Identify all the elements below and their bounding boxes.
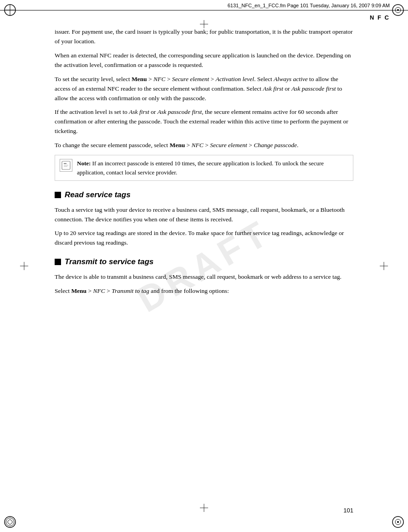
corner-mark-br bbox=[392, 516, 404, 528]
svg-point-6 bbox=[5, 517, 15, 527]
header-text: 6131_NFC_en_1_FCC.fm Page 101 Tuesday, J… bbox=[228, 3, 390, 8]
section2-title: Transmit to service tags bbox=[65, 256, 153, 268]
page-number: 101 bbox=[343, 507, 353, 514]
section-square-icon bbox=[55, 192, 61, 198]
note-icon bbox=[60, 159, 72, 172]
paragraph-4: If the activation level is set to Ask fi… bbox=[55, 107, 353, 136]
note-text: Note: If an incorrect passcode is entere… bbox=[77, 159, 348, 177]
paragraph-5: To change the secure element passcode, s… bbox=[55, 141, 353, 150]
corner-mark-bl bbox=[4, 516, 16, 528]
section2-paragraph-1: The device is able to transmit a busines… bbox=[55, 272, 353, 282]
paragraph-2: When an external NFC reader is detected,… bbox=[55, 51, 353, 70]
note-box: Note: If an incorrect passcode is entere… bbox=[55, 155, 353, 181]
section-square-icon-2 bbox=[55, 259, 61, 265]
section1-paragraph-2: Up to 20 service tag readings are stored… bbox=[55, 229, 353, 248]
section2-paragraph-2: Select Menu > NFC > Transmit to tag and … bbox=[55, 286, 353, 296]
section1-title: Read service tags bbox=[65, 189, 131, 201]
page-header: 6131_NFC_en_1_FCC.fm Page 101 Tuesday, J… bbox=[0, 0, 408, 10]
section-transmit-service-tags-heading: Transmit to service tags bbox=[55, 256, 353, 268]
paragraph-1: issuer. For payment use, the card issuer… bbox=[55, 27, 353, 46]
svg-point-8 bbox=[6, 518, 14, 526]
main-content: issuer. For payment use, the card issuer… bbox=[0, 23, 408, 310]
paragraph-3: To set the security level, select Menu >… bbox=[55, 75, 353, 103]
section-read-service-tags-heading: Read service tags bbox=[55, 189, 353, 201]
page-title: N F C bbox=[0, 10, 408, 23]
svg-point-11 bbox=[397, 521, 399, 523]
section1-paragraph-1: Touch a service tag with your device to … bbox=[55, 205, 353, 225]
svg-point-7 bbox=[8, 520, 12, 524]
page-footer: 101 bbox=[0, 507, 408, 514]
